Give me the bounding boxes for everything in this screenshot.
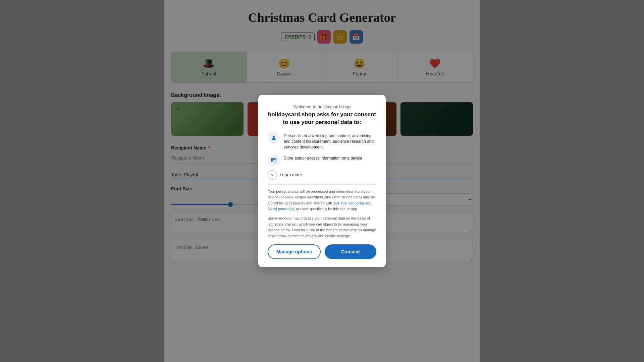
modal-divider: [268, 184, 376, 185]
learn-more-row[interactable]: Learn more: [268, 170, 376, 180]
svg-rect-1: [271, 158, 276, 162]
manage-options-button[interactable]: Manage options: [268, 244, 321, 259]
modal-feature-1: Personalised advertising and content, ad…: [268, 132, 376, 150]
svg-point-0: [273, 136, 275, 138]
learn-more-label: Learn more: [280, 172, 302, 177]
modal-buttons: Manage options Consent: [268, 244, 376, 259]
tcf-vendors-link[interactable]: 134 TCF vendor(s) and 64 ad partner(s): [268, 201, 371, 211]
chevron-down-icon: [268, 170, 277, 180]
modal-feature-1-text: Personalised advertising and content, ad…: [284, 132, 376, 150]
modal-body-text-2: Some vendors may process your personal d…: [268, 216, 376, 239]
svg-point-2: [272, 160, 273, 161]
modal-body-text-1: Your personal data will be processed and…: [268, 189, 376, 212]
store-info-icon: [268, 154, 280, 166]
modal-title-small: Welcome to holidaycard.shop: [268, 104, 376, 109]
consent-modal: Welcome to holidaycard.shop holidaycard.…: [258, 95, 386, 267]
personalised-ads-icon: [268, 132, 280, 144]
modal-title-large: holidaycard.shop asks for your consent t…: [268, 111, 376, 127]
consent-button[interactable]: Consent: [325, 244, 376, 259]
modal-feature-2: Store and/or access information on a dev…: [268, 154, 376, 166]
modal-overlay: Welcome to holidaycard.shop holidaycard.…: [0, 0, 644, 362]
modal-feature-2-text: Store and/or access information on a dev…: [284, 154, 362, 161]
